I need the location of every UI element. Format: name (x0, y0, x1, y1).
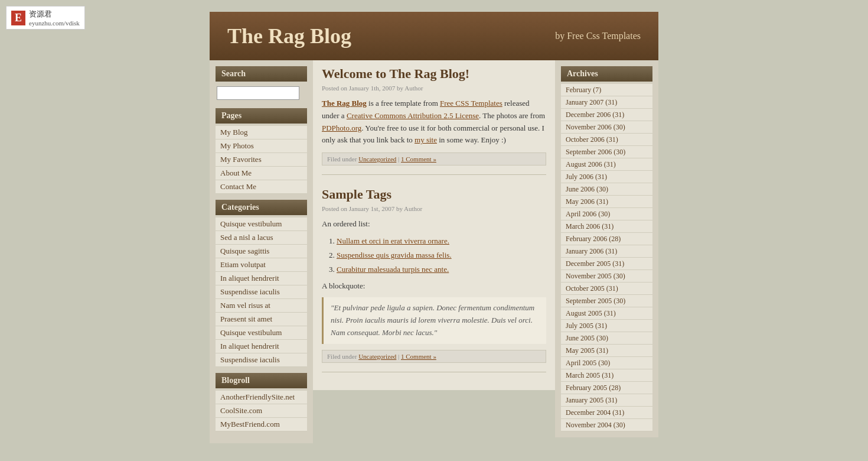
sidebar-category-item: Praesent sit amet (216, 313, 307, 326)
mysite-link[interactable]: my site (415, 135, 437, 144)
sidebar-blogroll-link[interactable]: CoolSite.com (220, 406, 262, 415)
archive-link[interactable]: May 2006 (31) (566, 197, 608, 206)
archive-link[interactable]: June 2006 (30) (566, 185, 608, 193)
sidebar-page-link[interactable]: My Blog (220, 128, 248, 137)
post-welcome-filed: Filed under (327, 155, 357, 163)
post-welcome-title-link[interactable]: Welcome to The Rag Blog! (322, 66, 469, 81)
sidebar-category-link[interactable]: In aliquet hendrerit (220, 274, 279, 283)
post-welcome-comment[interactable]: 1 Comment » (401, 155, 436, 163)
search-section: Search (216, 66, 307, 102)
sidebar-category-link[interactable]: In aliquet hendrerit (220, 342, 279, 350)
archive-link[interactable]: December 2006 (31) (566, 111, 624, 119)
archive-link[interactable]: October 2005 (31) (566, 284, 618, 293)
archives-heading: Archives (561, 66, 652, 82)
archive-link[interactable]: April 2005 (30) (566, 359, 610, 367)
blogroll-section: Blogroll AnotherFriendlySite.netCoolSite… (216, 373, 307, 431)
archive-link[interactable]: November 2005 (30) (566, 272, 625, 280)
archive-item: April 2005 (30) (561, 357, 652, 369)
archive-item: July 2006 (31) (561, 171, 652, 183)
post-sample-footer: Filed under Uncategorized | 1 Comment » (322, 350, 546, 363)
page-header: The Rag Blog by Free Css Templates (210, 12, 658, 60)
ordered-list-link[interactable]: Curabitur malesuada turpis nec ante. (337, 265, 449, 274)
sidebar-page-item: Contact Me (216, 180, 307, 194)
archive-link[interactable]: November 2004 (30) (566, 421, 625, 429)
archive-link[interactable]: March 2006 (31) (566, 222, 614, 230)
archive-item: April 2006 (30) (561, 208, 652, 220)
sidebar-category-link[interactable]: Suspendisse iaculis (220, 287, 280, 296)
archive-link[interactable]: June 2005 (30) (566, 334, 608, 342)
list-item: Nullam et orci in erat viverra ornare. (337, 235, 546, 248)
sidebar-category-item: Sed a nisl a lacus (216, 231, 307, 245)
site-tagline: by Free Css Templates (555, 31, 641, 41)
archive-item: August 2005 (31) (561, 307, 652, 320)
archive-item: November 2006 (30) (561, 121, 652, 134)
sidebar-category-link[interactable]: Suspendisse iaculis (220, 355, 280, 364)
post-sample-filed: Filed under (327, 353, 357, 360)
archive-link[interactable]: December 2004 (31) (566, 408, 624, 417)
free-css-link[interactable]: Free CSS Templates (440, 99, 502, 108)
categories-list: Quisque vestibulumSed a nisl a lacusQuis… (216, 217, 307, 367)
archive-link[interactable]: January 2007 (31) (566, 98, 617, 106)
page-wrapper: The Rag Blog by Free Css Templates Searc… (210, 12, 658, 443)
archive-item: July 2005 (31) (561, 320, 652, 332)
post-welcome-text6: in some way. Enjoy :) (437, 135, 506, 144)
sidebar-page-link[interactable]: My Favorites (220, 155, 262, 164)
watermark-cn-text: 资源君 (29, 9, 80, 20)
archive-link[interactable]: October 2006 (31) (566, 135, 618, 144)
post-welcome-content: The Rag Blog is a free template from Fre… (322, 98, 546, 147)
list-item: Suspendisse quis gravida massa felis. (337, 249, 546, 262)
post-sample-category[interactable]: Uncategorized (358, 353, 396, 360)
archive-link[interactable]: July 2006 (31) (566, 173, 607, 181)
sidebar-page-link[interactable]: About Me (220, 168, 252, 177)
cc-link[interactable]: Creative Commons Attribution 2.5 License (347, 111, 479, 120)
search-heading: Search (216, 66, 307, 82)
post-welcome-category[interactable]: Uncategorized (358, 155, 396, 163)
archive-link[interactable]: January 2005 (31) (566, 396, 617, 404)
search-input[interactable] (217, 86, 299, 100)
archive-link[interactable]: September 2006 (30) (566, 148, 625, 156)
post-sample-title-link[interactable]: Sample Tags (322, 187, 391, 202)
archive-link[interactable]: May 2005 (31) (566, 346, 608, 355)
sidebar-category-link[interactable]: Quisque sagittis (220, 246, 269, 255)
rag-blog-link[interactable]: The Rag Blog (322, 99, 367, 108)
archive-item: January 2007 (31) (561, 96, 652, 109)
sidebar-category-link[interactable]: Etiam volutpat (220, 260, 266, 269)
archive-link[interactable]: August 2005 (31) (566, 309, 616, 317)
sidebar-blogroll-link[interactable]: MyBestFriend.com (220, 420, 280, 428)
sidebar-category-link[interactable]: Quisque vestibulum (220, 328, 282, 337)
archive-item: February 2005 (28) (561, 382, 652, 394)
ordered-list-intro: An ordered list: (322, 218, 546, 230)
categories-section: Categories Quisque vestibulumSed a nisl … (216, 200, 307, 367)
sidebar-blogroll-link[interactable]: AnotherFriendlySite.net (220, 392, 295, 401)
archive-link[interactable]: August 2006 (31) (566, 160, 616, 168)
sidebar-category-item: Nam vel risus at (216, 299, 307, 313)
sidebar-category-link[interactable]: Praesent sit amet (220, 314, 272, 323)
post-sample-tags: Sample Tags Posted on January 1st, 2007 … (322, 187, 546, 372)
archive-link[interactable]: March 2005 (31) (566, 371, 614, 379)
categories-heading: Categories (216, 200, 307, 215)
sidebar-page-link[interactable]: Contact Me (220, 182, 256, 191)
watermark-url: eyunzhu.com/vdisk (29, 20, 80, 27)
archive-link[interactable]: November 2006 (30) (566, 123, 625, 131)
ordered-list-link[interactable]: Suspendisse quis gravida massa felis. (337, 251, 452, 259)
archive-item: October 2006 (31) (561, 134, 652, 146)
sidebar-page-link[interactable]: My Photos (220, 141, 254, 150)
sidebar-category-link[interactable]: Sed a nisl a lacus (220, 233, 273, 242)
archive-link[interactable]: September 2005 (30) (566, 297, 625, 305)
sidebar-category-link[interactable]: Nam vel risus at (220, 301, 270, 310)
archive-item: February (7) (561, 84, 652, 96)
post-sample-comment[interactable]: 1 Comment » (401, 353, 436, 360)
archive-item: September 2006 (30) (561, 146, 652, 158)
archive-link[interactable]: April 2006 (30) (566, 210, 610, 218)
archive-link[interactable]: January 2006 (31) (566, 247, 617, 255)
sidebar-category-link[interactable]: Quisque vestibulum (220, 219, 282, 228)
pdphoto-link[interactable]: PDPhoto.org (322, 124, 361, 132)
archive-link[interactable]: December 2005 (31) (566, 259, 624, 268)
archive-item: October 2005 (31) (561, 283, 652, 295)
archive-link[interactable]: February 2005 (28) (566, 384, 621, 392)
archive-link[interactable]: July 2005 (31) (566, 322, 607, 330)
archive-link[interactable]: February 2006 (28) (566, 235, 621, 243)
archive-link[interactable]: February (7) (566, 86, 601, 94)
ordered-list-link[interactable]: Nullam et orci in erat viverra ornare. (337, 236, 449, 245)
pages-heading: Pages (216, 108, 307, 124)
